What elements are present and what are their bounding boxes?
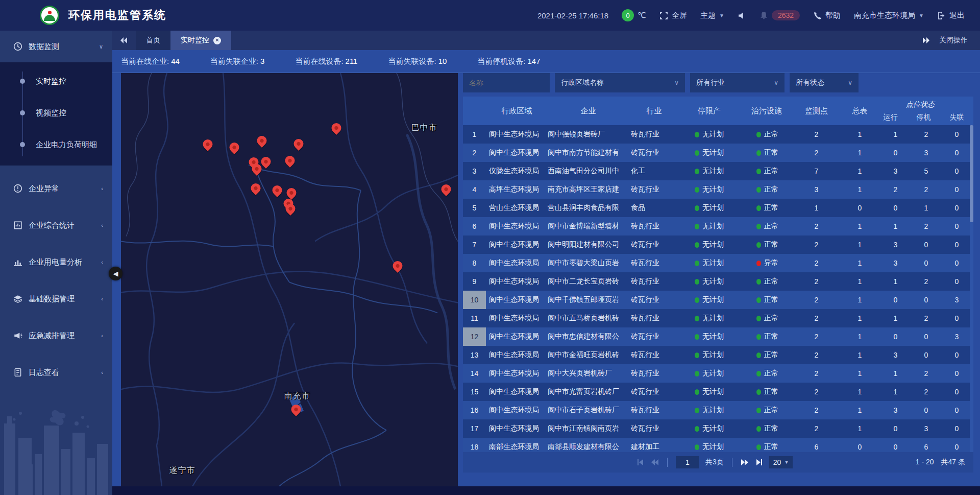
prev-page-icon[interactable] bbox=[651, 459, 659, 466]
stat-offline-devices: 当前失联设备:10 bbox=[388, 57, 447, 66]
table-row[interactable]: 8阆中生态环境局阆中市枣碧大梁山页岩砖瓦行业无计划异常21300 bbox=[463, 254, 973, 272]
table-body: 1阆中生态环境局阆中强锐页岩砖厂砖瓦行业无计划正常211202阆中生态环境局阆中… bbox=[463, 125, 973, 452]
help-button[interactable]: 帮助 bbox=[813, 11, 841, 20]
table-row[interactable]: 10阆中生态环境局阆中千佛镇五郎垭页岩砖瓦行业无计划正常21003 bbox=[463, 291, 973, 309]
map-city-label: 南充市 bbox=[284, 390, 310, 401]
org-menu[interactable]: 南充市生态环境局 ▼ bbox=[854, 11, 924, 20]
map-roads-layer bbox=[121, 73, 458, 486]
company-cell: 阆中市金福旺页岩机砖 bbox=[545, 346, 629, 364]
alerts-button[interactable]: 2632 bbox=[760, 10, 800, 20]
running-count-cell: 1 bbox=[879, 383, 912, 401]
map-city-label: 遂宁市 bbox=[169, 465, 195, 476]
sidebar-item-power-load-detail[interactable]: 企业电力负荷明细 bbox=[0, 129, 112, 160]
map-canvas[interactable]: 巴中市 南充市 遂宁市 bbox=[121, 73, 458, 486]
meter-count-cell: 1 bbox=[841, 235, 879, 254]
company-cell: 阆中市忠信建材有限公 bbox=[545, 327, 629, 346]
table-row[interactable]: 6阆中生态环境局阆中市金博瑞新型墙材砖瓦行业无计划正常21120 bbox=[463, 217, 973, 235]
stopped-count-cell: 1 bbox=[912, 199, 940, 217]
table-row[interactable]: 14阆中生态环境局阆中大兴页岩机砖厂砖瓦行业无计划正常21120 bbox=[463, 364, 973, 383]
double-right-arrow-icon[interactable] bbox=[922, 37, 930, 44]
status-dot-green bbox=[756, 224, 761, 229]
table-row[interactable]: 12阆中生态环境局阆中市忠信建材有限公砖瓦行业无计划正常21003 bbox=[463, 327, 973, 346]
fullscreen-button[interactable]: 全屏 bbox=[659, 11, 687, 20]
facility-status-cell: 正常 bbox=[741, 419, 792, 438]
close-icon[interactable]: ✕ bbox=[213, 37, 221, 44]
company-cell: 阆中市石子页岩机砖厂 bbox=[545, 401, 629, 419]
divider bbox=[732, 458, 732, 467]
table-scrollbar[interactable] bbox=[970, 125, 973, 452]
status-dot-green bbox=[756, 408, 761, 413]
table-row[interactable]: 16阆中生态环境局阆中市石子页岩机砖厂砖瓦行业无计划正常21300 bbox=[463, 401, 973, 419]
stopped-count-cell: 2 bbox=[912, 180, 940, 199]
close-operations-button[interactable]: 关闭操作 bbox=[939, 36, 968, 45]
sidebar-item-video-monitor[interactable]: 视频监控 bbox=[0, 97, 112, 129]
industry-cell: 砖瓦行业 bbox=[629, 180, 677, 199]
facility-status-cell: 正常 bbox=[741, 401, 792, 419]
monitor-count-cell: 2 bbox=[792, 235, 841, 254]
lost-count-cell: 0 bbox=[940, 254, 973, 272]
status-dot-green bbox=[756, 371, 761, 376]
sidebar-item-log-view[interactable]: 日志查看 ‹ bbox=[0, 357, 112, 388]
industry-filter-select[interactable]: 所有行业 ∨ bbox=[690, 73, 785, 92]
table-row[interactable]: 18南部生态环境局南部县顺发建材有限公建材加工无计划正常60060 bbox=[463, 438, 973, 452]
sidebar-item-base-data[interactable]: 基础数据管理 ‹ bbox=[0, 283, 112, 315]
tab-scroll-left-button[interactable] bbox=[112, 31, 136, 50]
production-status-cell: 无计划 bbox=[677, 309, 741, 327]
app-root: 环保用电监管系统 2021-02-25 17:46:18 0 ℃ 全屏 主题 ▼ bbox=[0, 0, 980, 495]
production-status-cell: 无计划 bbox=[677, 162, 741, 180]
table-row[interactable]: 17阆中生态环境局阆中市江南镇阆南页岩砖瓦行业无计划正常21030 bbox=[463, 419, 973, 438]
region-filter-select[interactable]: 行政区域名称 ∨ bbox=[555, 73, 685, 92]
district-cell: 南部生态环境局 bbox=[486, 438, 545, 452]
logout-button[interactable]: 退出 bbox=[937, 11, 965, 20]
name-filter-input[interactable] bbox=[463, 73, 550, 92]
table-row[interactable]: 15阆中生态环境局阆中市光富页岩机砖厂砖瓦行业无计划正常21120 bbox=[463, 383, 973, 401]
table-row[interactable]: 11阆中生态环境局阆中市五马桥页岩机砖砖瓦行业无计划正常21120 bbox=[463, 309, 973, 327]
table-row[interactable]: 9阆中生态环境局阆中市二龙长宝页岩砖砖瓦行业无计划正常21120 bbox=[463, 272, 973, 291]
table-row[interactable]: 13阆中生态环境局阆中市金福旺页岩机砖砖瓦行业无计划正常21300 bbox=[463, 346, 973, 364]
next-page-icon[interactable] bbox=[741, 459, 749, 466]
table-row[interactable]: 2阆中生态环境局阆中市南方节能建材有砖瓦行业无计划正常21030 bbox=[463, 144, 973, 162]
industry-cell: 砖瓦行业 bbox=[629, 125, 677, 144]
production-status-cell: 无计划 bbox=[677, 383, 741, 401]
meter-count-cell: 1 bbox=[841, 401, 879, 419]
page-size-select[interactable]: 20 ▼ bbox=[769, 456, 793, 468]
page-number-input[interactable] bbox=[676, 456, 699, 468]
stopped-count-cell: 0 bbox=[912, 291, 940, 309]
mute-button[interactable] bbox=[738, 11, 746, 20]
table-row[interactable]: 3仪陇生态环境局西南油气田分公司川中化工无计划正常71350 bbox=[463, 162, 973, 180]
theme-menu[interactable]: 主题 ▼ bbox=[700, 11, 724, 20]
sidebar-item-power-analysis[interactable]: 企业用电量分析 ‹ bbox=[0, 246, 112, 278]
sidebar-submenu: 实时监控 视频监控 企业电力负荷明细 bbox=[0, 62, 112, 166]
scrollbar-thumb[interactable] bbox=[970, 125, 973, 222]
table-row[interactable]: 4高坪生态环境局南充市高坪区王家店建砖瓦行业无计划正常31220 bbox=[463, 180, 973, 199]
table-row[interactable]: 7阆中生态环境局阆中明阳建材有限公司砖瓦行业无计划正常21300 bbox=[463, 235, 973, 254]
sidebar-item-realtime-monitor[interactable]: 实时监控 bbox=[0, 65, 112, 97]
stats-box-icon bbox=[13, 221, 22, 230]
table-row[interactable]: 5营山生态环境局营山县润丰肉食品有限食品无计划正常10010 bbox=[463, 199, 973, 217]
stats-bar: 当前在线企业:44 当前失联企业:3 当前在线设备:211 当前失联设备:10 … bbox=[112, 50, 980, 73]
panel-collapse-button[interactable]: ◀ bbox=[109, 267, 122, 280]
status-dot-green bbox=[756, 297, 761, 303]
last-page-icon[interactable] bbox=[755, 459, 763, 466]
status-filter-select[interactable]: 所有状态 ∨ bbox=[790, 73, 859, 92]
phone-icon bbox=[813, 11, 822, 20]
status-dot-green bbox=[756, 279, 761, 285]
district-cell: 阆中生态环境局 bbox=[486, 254, 545, 272]
tab-realtime-monitor[interactable]: 实时监控 ✕ bbox=[170, 31, 231, 50]
chevron-down-icon: ∨ bbox=[674, 79, 679, 86]
tab-home[interactable]: 首页 bbox=[136, 31, 170, 50]
lost-count-cell: 3 bbox=[940, 327, 973, 346]
lost-count-cell: 0 bbox=[940, 180, 973, 199]
industry-cell: 砖瓦行业 bbox=[629, 144, 677, 162]
sidebar-item-emergency-reduction[interactable]: 应急减排管理 ‹ bbox=[0, 320, 112, 351]
sidebar-item-enterprise-abnormal[interactable]: 企业异常 ‹ bbox=[0, 173, 112, 204]
sidebar-item-enterprise-stats[interactable]: 企业综合统计 ‹ bbox=[0, 209, 112, 241]
meter-count-cell: 1 bbox=[841, 364, 879, 383]
facility-status-cell: 正常 bbox=[741, 125, 792, 144]
sidebar-item-data-monitoring[interactable]: 数据监测 ∨ bbox=[0, 31, 112, 62]
col-header-facility: 治污设施 bbox=[741, 97, 792, 125]
first-page-icon[interactable] bbox=[636, 459, 645, 466]
stopped-count-cell: 5 bbox=[912, 162, 940, 180]
table-row[interactable]: 1阆中生态环境局阆中强锐页岩砖厂砖瓦行业无计划正常21120 bbox=[463, 125, 973, 144]
district-cell: 阆中生态环境局 bbox=[486, 272, 545, 291]
